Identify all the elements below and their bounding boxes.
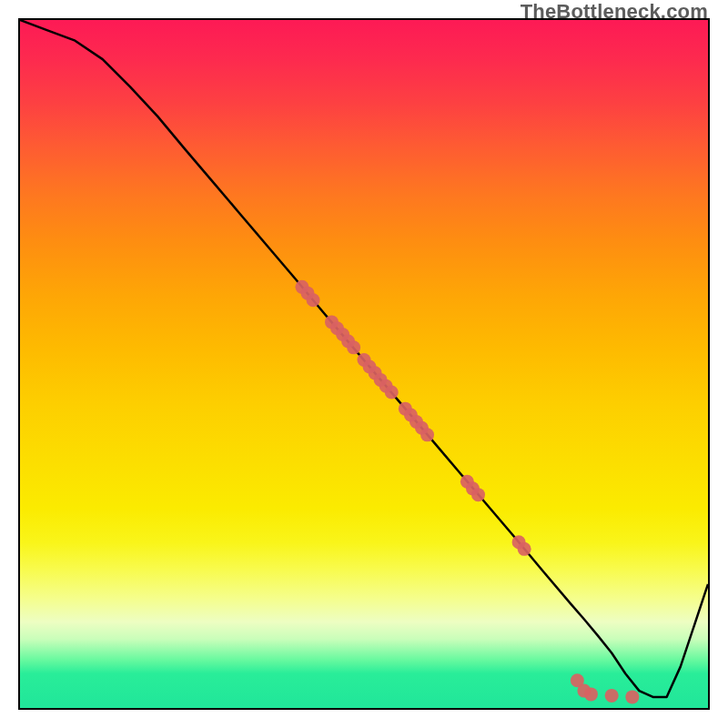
scatter-dot [605,689,619,703]
scatter-dot [584,687,598,701]
scatter-dot [307,293,320,307]
scatter-dot [625,690,639,703]
scatter-dot [471,488,485,501]
scatter-dot [420,428,434,441]
plot-area [18,18,710,710]
scatter-dots [295,280,639,704]
chart-svg [20,20,708,708]
scatter-dot [347,340,360,354]
scatter-dot [385,386,399,399]
chart-container: TheBottleneck.com [0,0,728,728]
scatter-dot [518,542,531,556]
